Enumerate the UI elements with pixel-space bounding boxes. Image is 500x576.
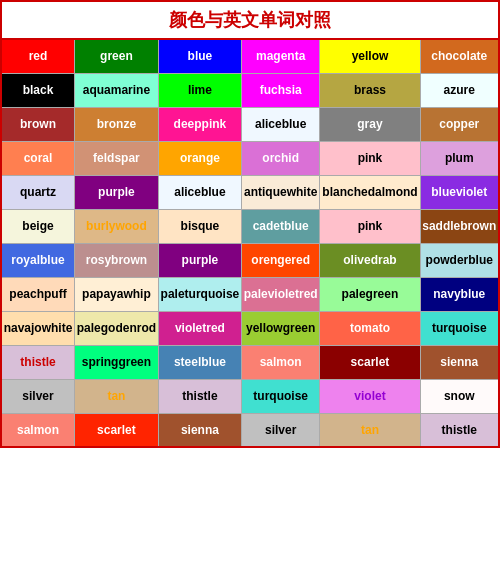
table-row: silvertanthistleturquoisevioletsnow xyxy=(1,379,499,413)
color-cell: gray xyxy=(320,107,420,141)
color-cell: orchid xyxy=(241,141,319,175)
color-cell: brass xyxy=(320,73,420,107)
color-cell: blue xyxy=(158,39,241,73)
color-cell: feldspar xyxy=(74,141,158,175)
color-cell: powderblue xyxy=(420,243,499,277)
color-cell: burlywood xyxy=(74,209,158,243)
color-cell: tan xyxy=(74,379,158,413)
color-table: redgreenbluemagentayellowchocolateblacka… xyxy=(0,38,500,448)
color-cell: quartz xyxy=(1,175,74,209)
color-cell: snow xyxy=(420,379,499,413)
color-cell: steelblue xyxy=(158,345,241,379)
color-cell: aquamarine xyxy=(74,73,158,107)
color-cell: royalblue xyxy=(1,243,74,277)
color-cell: pink xyxy=(320,209,420,243)
color-cell: salmon xyxy=(241,345,319,379)
color-cell: palegreen xyxy=(320,277,420,311)
color-cell: silver xyxy=(241,413,319,447)
color-cell: scarlet xyxy=(320,345,420,379)
color-cell: tan xyxy=(320,413,420,447)
color-cell: turquoise xyxy=(241,379,319,413)
color-cell: cadetblue xyxy=(241,209,319,243)
color-cell: paleturquoise xyxy=(158,277,241,311)
color-cell: blueviolet xyxy=(420,175,499,209)
table-row: brownbronzedeeppinkalicebluegraycopper xyxy=(1,107,499,141)
color-cell: red xyxy=(1,39,74,73)
color-cell: plum xyxy=(420,141,499,175)
table-row: navajowhitepalegodenrodvioletredyellowgr… xyxy=(1,311,499,345)
color-cell: tomato xyxy=(320,311,420,345)
color-cell: thistle xyxy=(158,379,241,413)
color-cell: pink xyxy=(320,141,420,175)
color-cell: yellow xyxy=(320,39,420,73)
table-row: coralfeldsparorangeorchidpinkplum xyxy=(1,141,499,175)
color-cell: palegodenrod xyxy=(74,311,158,345)
color-cell: antiquewhite xyxy=(241,175,319,209)
color-cell: navyblue xyxy=(420,277,499,311)
color-cell: rosybrown xyxy=(74,243,158,277)
color-cell: coral xyxy=(1,141,74,175)
color-cell: silver xyxy=(1,379,74,413)
table-row: quartzpurplealiceblueantiquewhiteblanche… xyxy=(1,175,499,209)
table-row: beigeburlywoodbisquecadetbluepinksaddleb… xyxy=(1,209,499,243)
table-row: redgreenbluemagentayellowchocolate xyxy=(1,39,499,73)
color-cell: chocolate xyxy=(420,39,499,73)
color-cell: thistle xyxy=(420,413,499,447)
color-cell: olivedrab xyxy=(320,243,420,277)
color-cell: navajowhite xyxy=(1,311,74,345)
color-cell: black xyxy=(1,73,74,107)
table-row: royalbluerosybrownpurpleorengeredolivedr… xyxy=(1,243,499,277)
color-cell: copper xyxy=(420,107,499,141)
color-cell: sienna xyxy=(420,345,499,379)
color-cell: fuchsia xyxy=(241,73,319,107)
color-cell: purple xyxy=(158,243,241,277)
color-cell: azure xyxy=(420,73,499,107)
color-cell: orange xyxy=(158,141,241,175)
color-cell: springgreen xyxy=(74,345,158,379)
color-cell: brown xyxy=(1,107,74,141)
table-row: salmonscarletsiennasilvertanthistle xyxy=(1,413,499,447)
color-cell: lime xyxy=(158,73,241,107)
color-cell: purple xyxy=(74,175,158,209)
color-cell: violet xyxy=(320,379,420,413)
table-row: blackaquamarinelimefuchsiabrassazure xyxy=(1,73,499,107)
color-cell: green xyxy=(74,39,158,73)
color-cell: scarlet xyxy=(74,413,158,447)
color-cell: violetred xyxy=(158,311,241,345)
color-cell: beige xyxy=(1,209,74,243)
color-cell: sienna xyxy=(158,413,241,447)
color-cell: aliceblue xyxy=(241,107,319,141)
color-cell: magenta xyxy=(241,39,319,73)
color-cell: deeppink xyxy=(158,107,241,141)
color-cell: peachpuff xyxy=(1,277,74,311)
color-cell: orengered xyxy=(241,243,319,277)
color-cell: bronze xyxy=(74,107,158,141)
color-cell: palevioletred xyxy=(241,277,319,311)
color-cell: yellowgreen xyxy=(241,311,319,345)
table-row: peachpuffpapayawhippaleturquoisepaleviol… xyxy=(1,277,499,311)
color-cell: turquoise xyxy=(420,311,499,345)
color-cell: salmon xyxy=(1,413,74,447)
color-cell: papayawhip xyxy=(74,277,158,311)
color-cell: bisque xyxy=(158,209,241,243)
color-cell: saddlebrown xyxy=(420,209,499,243)
page-title: 颜色与英文单词对照 xyxy=(0,0,500,38)
color-cell: thistle xyxy=(1,345,74,379)
table-row: thistlespringgreensteelbluesalmonscarlet… xyxy=(1,345,499,379)
color-cell: aliceblue xyxy=(158,175,241,209)
color-cell: blanchedalmond xyxy=(320,175,420,209)
